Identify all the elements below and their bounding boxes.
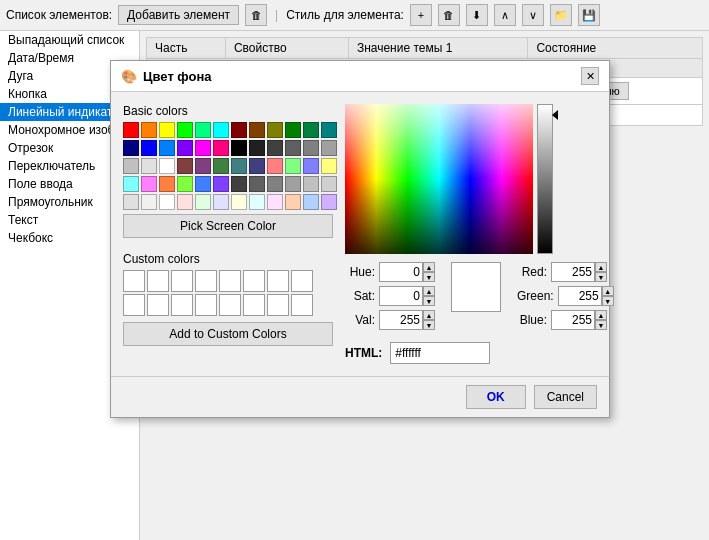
blue-spin-up[interactable]: ▲	[595, 310, 607, 320]
delete-style-icon[interactable]: 🗑	[438, 4, 460, 26]
custom-swatch-3[interactable]	[171, 270, 193, 292]
custom-swatch-14[interactable]	[243, 294, 265, 316]
basic-swatch-43[interactable]	[249, 176, 265, 192]
red-input[interactable]	[551, 262, 595, 282]
basic-swatch-1[interactable]	[141, 122, 157, 138]
basic-swatch-5[interactable]	[213, 122, 229, 138]
red-spin-up[interactable]: ▲	[595, 262, 607, 272]
custom-swatch-12[interactable]	[195, 294, 217, 316]
basic-swatch-9[interactable]	[285, 122, 301, 138]
basic-swatch-0[interactable]	[123, 122, 139, 138]
hue-spin-down[interactable]: ▼	[423, 272, 435, 282]
basic-swatch-11[interactable]	[321, 122, 337, 138]
basic-swatch-2[interactable]	[159, 122, 175, 138]
basic-swatch-57[interactable]	[285, 194, 301, 210]
custom-swatch-5[interactable]	[219, 270, 241, 292]
hue-spin-up[interactable]: ▲	[423, 262, 435, 272]
basic-swatch-15[interactable]	[177, 140, 193, 156]
green-input[interactable]	[558, 286, 602, 306]
save-icon[interactable]: 💾	[578, 4, 600, 26]
custom-swatch-1[interactable]	[123, 270, 145, 292]
basic-swatch-56[interactable]	[267, 194, 283, 210]
basic-swatch-36[interactable]	[123, 176, 139, 192]
down-style-icon[interactable]: ⬇	[466, 4, 488, 26]
sat-input[interactable]	[379, 286, 423, 306]
basic-swatch-8[interactable]	[267, 122, 283, 138]
basic-swatch-54[interactable]	[231, 194, 247, 210]
val-spin-down[interactable]: ▼	[423, 320, 435, 330]
custom-swatch-9[interactable]	[123, 294, 145, 316]
basic-swatch-46[interactable]	[303, 176, 319, 192]
basic-swatch-48[interactable]	[123, 194, 139, 210]
basic-swatch-21[interactable]	[285, 140, 301, 156]
cancel-button[interactable]: Cancel	[534, 385, 597, 409]
basic-swatch-7[interactable]	[249, 122, 265, 138]
basic-swatch-35[interactable]	[321, 158, 337, 174]
basic-swatch-6[interactable]	[231, 122, 247, 138]
pick-screen-button[interactable]: Pick Screen Color	[123, 214, 333, 238]
dialog-close-button[interactable]: ✕	[581, 67, 599, 85]
basic-swatch-13[interactable]	[141, 140, 157, 156]
basic-swatch-50[interactable]	[159, 194, 175, 210]
basic-swatch-16[interactable]	[195, 140, 211, 156]
basic-swatch-18[interactable]	[231, 140, 247, 156]
basic-swatch-20[interactable]	[267, 140, 283, 156]
brightness-bar[interactable]	[537, 104, 553, 254]
basic-swatch-47[interactable]	[321, 176, 337, 192]
sidebar-item-dropdown[interactable]: Выпадающий список	[0, 31, 139, 49]
green-spin-up[interactable]: ▲	[602, 286, 614, 296]
basic-swatch-40[interactable]	[195, 176, 211, 192]
delete-icon[interactable]: 🗑	[245, 4, 267, 26]
basic-swatch-24[interactable]	[123, 158, 139, 174]
green-spin-down[interactable]: ▼	[602, 296, 614, 306]
basic-swatch-28[interactable]	[195, 158, 211, 174]
folder-icon[interactable]: 📁	[550, 4, 572, 26]
basic-swatch-44[interactable]	[267, 176, 283, 192]
basic-swatch-58[interactable]	[303, 194, 319, 210]
custom-swatch-4[interactable]	[195, 270, 217, 292]
basic-swatch-26[interactable]	[159, 158, 175, 174]
basic-swatch-49[interactable]	[141, 194, 157, 210]
custom-swatch-16[interactable]	[291, 294, 313, 316]
custom-swatch-2[interactable]	[147, 270, 169, 292]
val-spin-up[interactable]: ▲	[423, 310, 435, 320]
blue-spin-down[interactable]: ▼	[595, 320, 607, 330]
basic-swatch-45[interactable]	[285, 176, 301, 192]
basic-swatch-55[interactable]	[249, 194, 265, 210]
custom-swatch-10[interactable]	[147, 294, 169, 316]
basic-swatch-42[interactable]	[231, 176, 247, 192]
down-icon[interactable]: ∨	[522, 4, 544, 26]
html-input[interactable]	[390, 342, 490, 364]
add-style-icon[interactable]: +	[410, 4, 432, 26]
red-spin-down[interactable]: ▼	[595, 272, 607, 282]
basic-swatch-52[interactable]	[195, 194, 211, 210]
basic-swatch-25[interactable]	[141, 158, 157, 174]
basic-swatch-51[interactable]	[177, 194, 193, 210]
custom-swatch-8[interactable]	[291, 270, 313, 292]
basic-swatch-22[interactable]	[303, 140, 319, 156]
basic-swatch-29[interactable]	[213, 158, 229, 174]
hue-input[interactable]	[379, 262, 423, 282]
basic-swatch-19[interactable]	[249, 140, 265, 156]
basic-swatch-41[interactable]	[213, 176, 229, 192]
custom-swatch-13[interactable]	[219, 294, 241, 316]
basic-swatch-3[interactable]	[177, 122, 193, 138]
basic-swatch-4[interactable]	[195, 122, 211, 138]
sat-spin-up[interactable]: ▲	[423, 286, 435, 296]
basic-swatch-17[interactable]	[213, 140, 229, 156]
add-element-button[interactable]: Добавить элемент	[118, 5, 239, 25]
basic-swatch-59[interactable]	[321, 194, 337, 210]
basic-swatch-10[interactable]	[303, 122, 319, 138]
basic-swatch-38[interactable]	[159, 176, 175, 192]
basic-swatch-31[interactable]	[249, 158, 265, 174]
blue-input[interactable]	[551, 310, 595, 330]
basic-swatch-12[interactable]	[123, 140, 139, 156]
ok-button[interactable]: OK	[466, 385, 526, 409]
custom-swatch-6[interactable]	[243, 270, 265, 292]
basic-swatch-53[interactable]	[213, 194, 229, 210]
val-input[interactable]	[379, 310, 423, 330]
basic-swatch-39[interactable]	[177, 176, 193, 192]
color-gradient[interactable]	[345, 104, 533, 254]
custom-swatch-11[interactable]	[171, 294, 193, 316]
up-icon[interactable]: ∧	[494, 4, 516, 26]
